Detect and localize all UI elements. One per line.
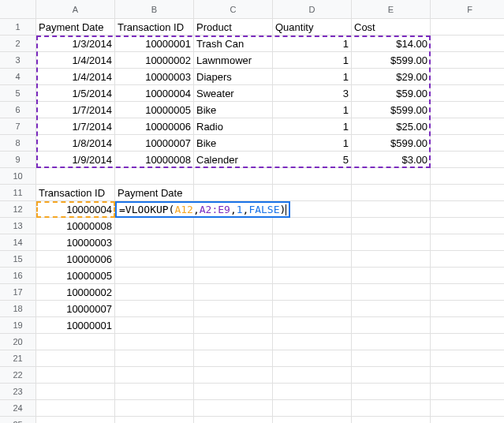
cell-F2[interactable]	[431, 36, 504, 52]
row-header-10[interactable]: 10	[0, 168, 36, 185]
cell-B20[interactable]	[115, 334, 194, 350]
cell-C4[interactable]: Diapers	[194, 69, 273, 85]
cell-E8[interactable]: $599.00	[352, 135, 431, 152]
cell-E9[interactable]: $3.00	[352, 152, 431, 168]
cell-B5[interactable]: 10000004	[115, 85, 194, 102]
cell-A23[interactable]	[36, 384, 115, 400]
cell-F14[interactable]	[431, 234, 504, 251]
select-all-corner[interactable]	[0, 0, 36, 19]
cell-C6[interactable]: Bike	[194, 102, 273, 118]
cell-F10[interactable]	[431, 168, 504, 185]
row-header-13[interactable]: 13	[0, 218, 36, 234]
row-header-9[interactable]: 9	[0, 152, 36, 168]
cell-B4[interactable]: 10000003	[115, 69, 194, 85]
cell-D17[interactable]	[273, 284, 352, 301]
cell-F12[interactable]	[431, 201, 504, 218]
cell-B3[interactable]: 10000002	[115, 52, 194, 69]
row-header-21[interactable]: 21	[0, 350, 36, 367]
cell-B18[interactable]	[115, 301, 194, 317]
cell-B2[interactable]: 10000001	[115, 36, 194, 52]
cell-F3[interactable]	[431, 52, 504, 69]
cell-C19[interactable]	[194, 317, 273, 334]
cell-C7[interactable]: Radio	[194, 118, 273, 135]
cell-F21[interactable]	[431, 350, 504, 367]
cell-E4[interactable]: $29.00	[352, 69, 431, 85]
row-header-18[interactable]: 18	[0, 301, 36, 317]
cell-D8[interactable]: 1	[273, 135, 352, 152]
col-header-D[interactable]: D	[273, 0, 352, 19]
cell-D20[interactable]	[273, 334, 352, 350]
row-header-4[interactable]: 4	[0, 69, 36, 85]
cell-F13[interactable]	[431, 218, 504, 234]
row-header-1[interactable]: 1	[0, 19, 36, 36]
row-header-20[interactable]: 20	[0, 334, 36, 350]
cell-C21[interactable]	[194, 350, 273, 367]
cell-E14[interactable]	[352, 234, 431, 251]
cell-A3[interactable]: 1/4/2014	[36, 52, 115, 69]
col-header-C[interactable]: C	[194, 0, 273, 19]
cell-A8[interactable]: 1/8/2014	[36, 135, 115, 152]
row-header-24[interactable]: 24	[0, 400, 36, 417]
cell-D3[interactable]: 1	[273, 52, 352, 69]
cell-E11[interactable]	[352, 185, 431, 201]
cell-F18[interactable]	[431, 301, 504, 317]
cell-F5[interactable]	[431, 85, 504, 102]
cell-E2[interactable]: $14.00	[352, 36, 431, 52]
col-header-F[interactable]: F	[431, 0, 504, 19]
row-header-17[interactable]: 17	[0, 284, 36, 301]
cell-C25[interactable]	[194, 417, 273, 423]
cell-D9[interactable]: 5	[273, 152, 352, 168]
cell-C14[interactable]	[194, 234, 273, 251]
cell-F17[interactable]	[431, 284, 504, 301]
col-header-A[interactable]: A	[36, 0, 115, 19]
cell-B22[interactable]	[115, 367, 194, 384]
cell-B8[interactable]: 10000007	[115, 135, 194, 152]
row-header-8[interactable]: 8	[0, 135, 36, 152]
cell-B7[interactable]: 10000006	[115, 118, 194, 135]
cell-E15[interactable]	[352, 251, 431, 268]
cell-C11[interactable]	[194, 185, 273, 201]
cell-D15[interactable]	[273, 251, 352, 268]
col-header-E[interactable]: E	[352, 0, 431, 19]
cell-D7[interactable]: 1	[273, 118, 352, 135]
cell-C9[interactable]: Calender	[194, 152, 273, 168]
cell-C15[interactable]	[194, 251, 273, 268]
cell-E21[interactable]	[352, 350, 431, 367]
cell-A11[interactable]: Transaction ID	[36, 185, 115, 201]
cell-F22[interactable]	[431, 367, 504, 384]
cell-A7[interactable]: 1/7/2014	[36, 118, 115, 135]
cell-E19[interactable]	[352, 317, 431, 334]
row-header-5[interactable]: 5	[0, 85, 36, 102]
cell-C24[interactable]	[194, 400, 273, 417]
cell-E6[interactable]: $599.00	[352, 102, 431, 118]
cell-A5[interactable]: 1/5/2014	[36, 85, 115, 102]
cell-D1[interactable]: Quantity	[273, 19, 352, 36]
cell-D21[interactable]	[273, 350, 352, 367]
cell-C16[interactable]	[194, 268, 273, 284]
cell-E17[interactable]	[352, 284, 431, 301]
cell-E25[interactable]	[352, 417, 431, 423]
cell-C13[interactable]	[194, 218, 273, 234]
cell-F7[interactable]	[431, 118, 504, 135]
cell-F11[interactable]	[431, 185, 504, 201]
cell-D25[interactable]	[273, 417, 352, 423]
cell-A9[interactable]: 1/9/2014	[36, 152, 115, 168]
cell-B14[interactable]	[115, 234, 194, 251]
cell-C3[interactable]: Lawnmower	[194, 52, 273, 69]
cell-A14[interactable]: 10000003	[36, 234, 115, 251]
cell-F23[interactable]	[431, 384, 504, 400]
cell-A10[interactable]	[36, 168, 115, 185]
cell-D6[interactable]: 1	[273, 102, 352, 118]
cell-A13[interactable]: 10000008	[36, 218, 115, 234]
cell-B17[interactable]	[115, 284, 194, 301]
cell-C10[interactable]	[194, 168, 273, 185]
cell-A22[interactable]	[36, 367, 115, 384]
cell-A2[interactable]: 1/3/2014	[36, 36, 115, 52]
row-header-6[interactable]: 6	[0, 102, 36, 118]
cell-E12[interactable]	[352, 201, 431, 218]
cell-B11[interactable]: Payment Date	[115, 185, 194, 201]
cell-E20[interactable]	[352, 334, 431, 350]
cell-C22[interactable]	[194, 367, 273, 384]
cell-D4[interactable]: 1	[273, 69, 352, 85]
cell-A16[interactable]: 10000005	[36, 268, 115, 284]
